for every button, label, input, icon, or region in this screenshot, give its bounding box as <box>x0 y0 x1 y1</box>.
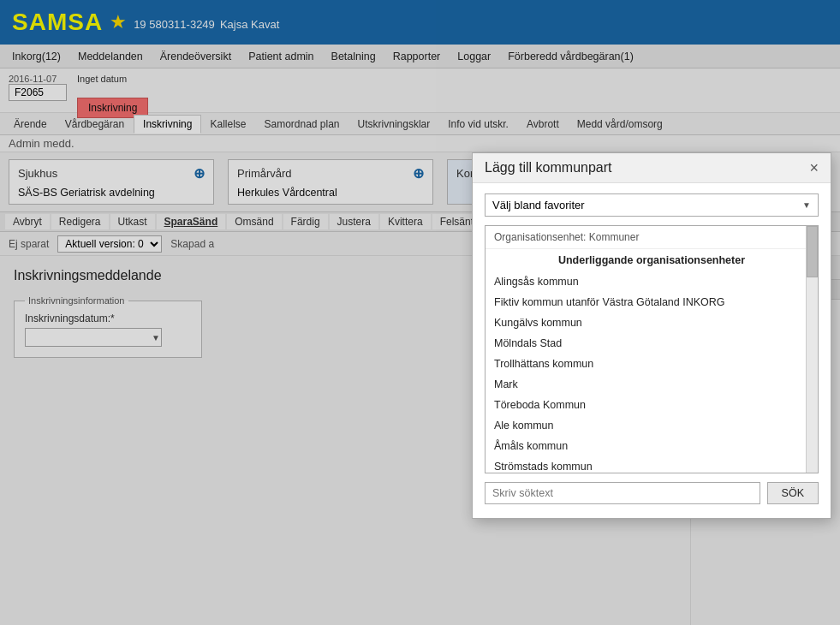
list-item[interactable]: Trollhättans kommun <box>486 354 818 374</box>
list-item[interactable]: Ale kommun <box>486 415 818 436</box>
org-list-header: Organisationsenhet: Kommuner <box>486 226 818 249</box>
list-item[interactable]: Fiktiv kommun utanför Västra Götaland IN… <box>486 292 818 312</box>
modal-title: Lägg till kommunpart <box>485 160 612 176</box>
favorites-dropdown[interactable]: Välj bland favoriter ▼ <box>485 193 819 217</box>
list-item[interactable]: Strömstads kommun <box>486 456 818 473</box>
favorites-placeholder: Välj bland favoriter <box>492 199 585 211</box>
list-item[interactable]: Mark <box>486 374 818 395</box>
org-list-container[interactable]: Organisationsenhet: Kommuner Underliggan… <box>485 225 819 473</box>
list-item[interactable]: Alingsås kommun <box>486 271 818 292</box>
add-kommunpart-modal: Lägg till kommunpart × Välj bland favori… <box>472 152 831 519</box>
modal-overlay: Lägg till kommunpart × Välj bland favori… <box>0 0 840 625</box>
list-item[interactable]: Mölndals Stad <box>486 333 818 354</box>
scrollbar-thumb[interactable] <box>807 226 818 277</box>
org-list-subheader: Underliggande organisationsenheter <box>486 249 818 271</box>
chevron-down-icon: ▼ <box>802 200 811 210</box>
list-item[interactable]: Åmåls kommun <box>486 436 818 456</box>
search-input[interactable] <box>485 482 760 504</box>
modal-body: Välj bland favoriter ▼ Organisationsenhe… <box>473 183 831 518</box>
modal-search-row: SÖK <box>485 482 819 508</box>
modal-close-btn[interactable]: × <box>809 160 819 176</box>
scrollbar[interactable] <box>806 226 818 473</box>
search-btn[interactable]: SÖK <box>767 482 819 504</box>
list-item[interactable]: Kungälvs kommun <box>486 312 818 333</box>
list-item[interactable]: Töreboda Kommun <box>486 395 818 415</box>
modal-title-bar: Lägg till kommunpart × <box>473 153 831 183</box>
